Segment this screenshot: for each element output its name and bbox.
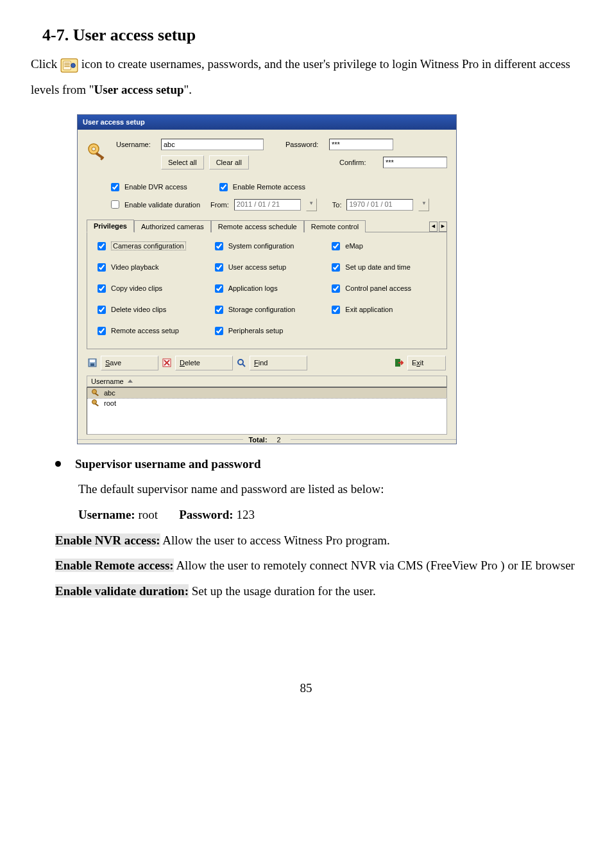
svg-rect-20 [95,403,99,406]
find-button[interactable]: Find [250,356,307,370]
lbl-video-playback: Video playback [111,263,158,271]
intro-end: ". [184,83,192,96]
lbl-panel-access: Control panel access [345,284,411,292]
enable-validate-label: Enable validate duration: [55,584,189,598]
page-number: 85 [31,681,581,695]
from-dropdown[interactable]: ▼ [306,198,317,211]
cb-periph-setup[interactable]: Peripherals setup [212,325,310,337]
enable-nvr-text: Allow the user to access Witness Pro pro… [160,534,390,547]
enable-nvr-label: Enable NVR access: [55,534,160,547]
to-dropdown[interactable]: ▼ [418,198,429,211]
lbl-delete-clips: Delete video clips [111,306,166,313]
svg-rect-18 [95,393,99,396]
cb-date-time[interactable]: Set up date and time [329,261,427,273]
enable-validate-line: Enable validate duration: Set up the usa… [55,578,581,604]
cb-copy-clips[interactable]: Copy video clips [95,282,193,295]
lbl-date-time: Set up date and time [345,263,411,271]
svg-rect-1 [63,61,71,70]
cb-app-logs[interactable]: Application logs [212,282,310,295]
sort-asc-icon [128,379,133,383]
user-key-icon [91,399,100,408]
save-icon [88,358,97,367]
cb-panel-access[interactable]: Control panel access [329,282,427,295]
tab-privileges[interactable]: Privileges [87,220,134,232]
privileges-panel: Cameras configuration System configurati… [87,232,447,349]
user-access-dialog: User access setup Username: Password: [77,114,457,444]
clear-all-button[interactable]: Clear all [209,155,249,169]
cb-user-access[interactable]: User access setup [212,261,310,273]
tabs: Privileges Authorized cameras Remote acc… [87,219,447,232]
svg-point-14 [238,360,243,365]
svg-rect-11 [90,360,95,362]
cb-video-playback[interactable]: Video playback [95,261,193,273]
lbl-app-logs: Application logs [228,284,278,292]
confirm-input[interactable] [383,157,447,168]
tabs-scroll-left[interactable]: ◄ [429,221,438,232]
from-date-input[interactable]: 2011 / 01 / 21 [234,199,301,211]
delete-icon [162,358,171,367]
dialog-title: User access setup [78,115,456,130]
cb-emap[interactable]: eMap [329,240,427,252]
confirm-label: Confirm: [339,159,378,166]
credentials-line: Username: root Password: 123 [78,502,581,528]
enable-remote-label: Enable Remote access [233,183,305,191]
cb-remote-setup[interactable]: Remote access setup [95,325,193,337]
cred-username-label: Username: [78,508,135,521]
lbl-system-config: System configuration [228,242,294,250]
lbl-user-access: User access setup [228,263,286,271]
cb-storage-config[interactable]: Storage configuration [212,304,310,316]
enable-remote-checkbox[interactable]: Enable Remote access [217,181,305,193]
cb-delete-clips[interactable]: Delete video clips [95,304,193,316]
enable-validate-label: Enable validate duration [124,201,200,209]
delete-button[interactable]: Delete [175,356,233,370]
enable-remote-label: Enable Remote access: [55,559,174,572]
tab-remote-schedule[interactable]: Remote access schedule [211,220,304,232]
supervisor-bullet: Supervisor username and password [55,457,581,471]
heading: 4-7. User access setup [42,26,581,45]
lbl-remote-setup: Remote access setup [111,327,179,334]
save-button[interactable]: Save [101,356,158,370]
cred-password-val: 123 [234,508,255,521]
password-label: Password: [285,141,324,148]
username-label: Username: [116,141,156,148]
intro-paragraph: Click icon to create usernames, password… [31,51,581,103]
lbl-cameras-config: Cameras configuration [111,241,186,250]
enable-dvr-label: Enable DVR access [124,183,187,191]
username-column-header: Username [91,378,124,385]
enable-validate-checkbox[interactable]: Enable validate duration [108,198,200,211]
svg-rect-3 [64,64,70,65]
user-access-icon [60,58,78,73]
lbl-periph-setup: Peripherals setup [228,327,284,334]
lbl-emap: eMap [345,242,363,250]
cb-exit-app[interactable]: Exit application [329,304,427,316]
tabs-scroll-right[interactable]: ► [439,221,447,232]
svg-line-15 [242,364,245,367]
user-row-root[interactable]: root [87,398,446,408]
tab-authorized-cameras[interactable]: Authorized cameras [134,220,211,232]
exit-icon [395,358,404,367]
enable-validate-text: Set up the usage duration for the user. [189,584,376,598]
user-list-header[interactable]: Username [87,376,447,387]
user-key-icon [91,388,100,397]
cb-cameras-config[interactable]: Cameras configuration [95,240,193,252]
user-row-name: root [104,399,116,407]
tab-remote-control[interactable]: Remote control [304,220,366,232]
svg-rect-12 [90,363,94,366]
from-label: From: [210,201,229,209]
to-date-input[interactable]: 1970 / 01 / 01 [346,199,413,211]
total-label: Total: [248,436,267,444]
bullet-icon [55,461,61,467]
svg-rect-2 [64,62,70,63]
user-row-abc[interactable]: abc [87,388,446,398]
password-input[interactable] [329,139,393,150]
user-list-container: Username abc root [87,376,447,435]
intro-prefix: Click [31,57,60,71]
enable-dvr-checkbox[interactable]: Enable DVR access [108,181,187,193]
cred-username-val: root [135,508,158,521]
total-value: 2 [273,436,285,444]
cb-system-config[interactable]: System configuration [212,240,310,252]
select-all-button[interactable]: Select all [161,155,204,169]
exit-button[interactable]: Exit [407,356,446,370]
lbl-exit-app: Exit application [345,306,393,313]
username-input[interactable] [161,139,264,150]
